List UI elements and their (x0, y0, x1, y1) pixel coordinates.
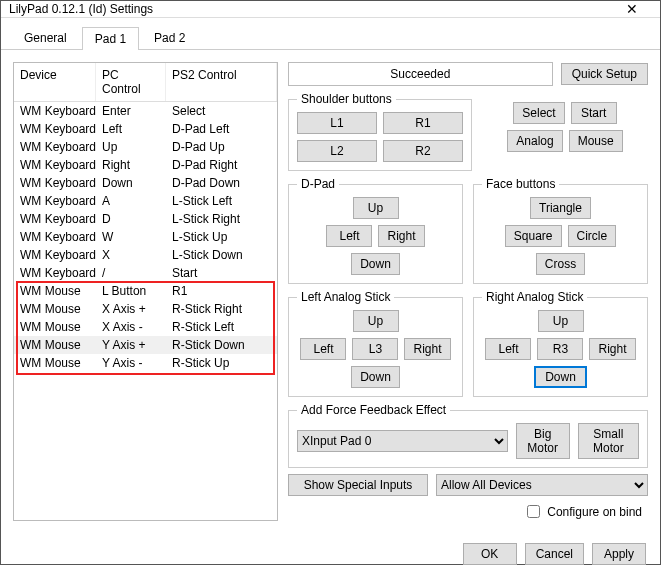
table-row[interactable]: WM MouseX Axis +R-Stick Right (14, 300, 277, 318)
select-button[interactable]: Select (513, 102, 564, 124)
table-row[interactable]: WM MouseX Axis -R-Stick Left (14, 318, 277, 336)
l1-button[interactable]: L1 (297, 112, 377, 134)
triangle-button[interactable]: Triangle (530, 197, 591, 219)
ras-legend: Right Analog Stick (482, 290, 587, 304)
col-pc[interactable]: PC Control (96, 63, 166, 101)
tab-pad2[interactable]: Pad 2 (141, 26, 198, 49)
tab-general[interactable]: General (11, 26, 80, 49)
configure-on-bind-label: Configure on bind (547, 505, 642, 519)
l2-button[interactable]: L2 (297, 140, 377, 162)
allow-devices-select[interactable]: Allow All Devices (436, 474, 648, 496)
ras-down-button[interactable]: Down (534, 366, 587, 388)
mouse-button[interactable]: Mouse (569, 130, 623, 152)
square-button[interactable]: Square (505, 225, 562, 247)
ffb-group: Add Force Feedback Effect XInput Pad 0 B… (288, 403, 648, 468)
table-row[interactable]: WM KeyboardDownD-Pad Down (14, 174, 277, 192)
shoulder-legend: Shoulder buttons (297, 92, 396, 106)
show-special-button[interactable]: Show Special Inputs (288, 474, 428, 496)
r3-button[interactable]: R3 (537, 338, 583, 360)
dpad-left-button[interactable]: Left (326, 225, 372, 247)
dpad-up-button[interactable]: Up (353, 197, 399, 219)
ras-group: Right Analog Stick Up Left R3 Right Down (473, 290, 648, 397)
table-row[interactable]: WM MouseL ButtonR1 (14, 282, 277, 300)
table-row[interactable]: WM MouseY Axis -R-Stick Up (14, 354, 277, 372)
titlebar: LilyPad 0.12.1 (Id) Settings ✕ (1, 1, 660, 18)
status-label: Succeeded (288, 62, 553, 86)
cross-button[interactable]: Cross (536, 253, 585, 275)
ffb-device-select[interactable]: XInput Pad 0 (297, 430, 508, 452)
shoulder-group: Shoulder buttons L1 R1 L2 R2 (288, 92, 472, 171)
table-row[interactable]: WM MouseY Axis +R-Stick Down (14, 336, 277, 354)
apply-button[interactable]: Apply (592, 543, 646, 565)
table-row[interactable]: WM KeyboardRightD-Pad Right (14, 156, 277, 174)
settings-window: LilyPad 0.12.1 (Id) Settings ✕ General P… (0, 0, 661, 565)
tab-pad1[interactable]: Pad 1 (82, 27, 139, 50)
col-device[interactable]: Device (14, 63, 96, 101)
table-body: WM KeyboardEnterSelectWM KeyboardLeftD-P… (14, 102, 277, 520)
ras-left-button[interactable]: Left (485, 338, 531, 360)
table-row[interactable]: WM KeyboardAL-Stick Left (14, 192, 277, 210)
quick-setup-button[interactable]: Quick Setup (561, 63, 648, 85)
dpad-group: D-Pad Up Left Right Down (288, 177, 463, 284)
ffb-legend: Add Force Feedback Effect (297, 403, 450, 417)
circle-button[interactable]: Circle (568, 225, 617, 247)
col-ps2[interactable]: PS2 Control (166, 63, 277, 101)
ras-up-button[interactable]: Up (538, 310, 584, 332)
table-row[interactable]: WM KeyboardEnterSelect (14, 102, 277, 120)
dpad-right-button[interactable]: Right (378, 225, 424, 247)
las-legend: Left Analog Stick (297, 290, 394, 304)
dialog-footer: OK Cancel Apply (1, 533, 660, 565)
ok-button[interactable]: OK (463, 543, 517, 565)
table-row[interactable]: WM KeyboardUpD-Pad Up (14, 138, 277, 156)
controls-panel: Succeeded Quick Setup Shoulder buttons L… (288, 62, 648, 521)
small-motor-button[interactable]: Small Motor (578, 423, 639, 459)
r1-button[interactable]: R1 (383, 112, 463, 134)
big-motor-button[interactable]: Big Motor (516, 423, 570, 459)
las-up-button[interactable]: Up (353, 310, 399, 332)
bindings-list[interactable]: Device PC Control PS2 Control WM Keyboar… (13, 62, 278, 521)
las-right-button[interactable]: Right (404, 338, 450, 360)
window-title: LilyPad 0.12.1 (Id) Settings (9, 2, 612, 16)
dpad-legend: D-Pad (297, 177, 339, 191)
analog-button[interactable]: Analog (507, 130, 562, 152)
start-button[interactable]: Start (571, 102, 617, 124)
content-area: Device PC Control PS2 Control WM Keyboar… (1, 50, 660, 533)
configure-on-bind-checkbox[interactable] (527, 505, 540, 518)
cancel-button[interactable]: Cancel (525, 543, 584, 565)
dpad-down-button[interactable]: Down (351, 253, 400, 275)
face-legend: Face buttons (482, 177, 559, 191)
face-group: Face buttons Triangle Square Circle Cros… (473, 177, 648, 284)
table-row[interactable]: WM KeyboardDL-Stick Right (14, 210, 277, 228)
table-header: Device PC Control PS2 Control (14, 63, 277, 102)
tab-strip: General Pad 1 Pad 2 (1, 18, 660, 50)
table-row[interactable]: WM Keyboard/Start (14, 264, 277, 282)
table-row[interactable]: WM KeyboardXL-Stick Down (14, 246, 277, 264)
l3-button[interactable]: L3 (352, 338, 398, 360)
las-left-button[interactable]: Left (300, 338, 346, 360)
close-icon[interactable]: ✕ (612, 1, 652, 17)
r2-button[interactable]: R2 (383, 140, 463, 162)
ras-right-button[interactable]: Right (589, 338, 635, 360)
las-group: Left Analog Stick Up Left L3 Right Down (288, 290, 463, 397)
table-row[interactable]: WM KeyboardWL-Stick Up (14, 228, 277, 246)
las-down-button[interactable]: Down (351, 366, 400, 388)
table-row[interactable]: WM KeyboardLeftD-Pad Left (14, 120, 277, 138)
